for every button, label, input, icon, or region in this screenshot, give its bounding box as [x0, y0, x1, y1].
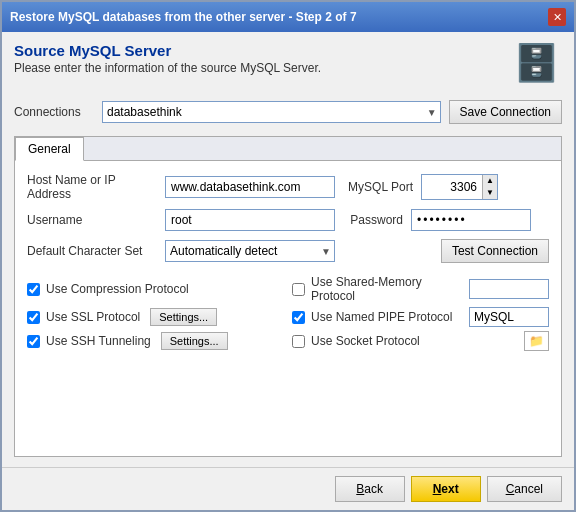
ssh-checkbox[interactable] [27, 335, 40, 348]
compression-checkbox[interactable] [27, 283, 40, 296]
charset-select[interactable]: Automatically detect [165, 240, 335, 262]
host-input[interactable] [165, 176, 335, 198]
tab-general[interactable]: General [15, 137, 84, 161]
back-button[interactable]: Back [335, 476, 405, 502]
ssl-row: Use SSL Protocol Settings... [27, 307, 284, 327]
connections-row: Connections databasethink ▼ Save Connect… [14, 100, 562, 124]
ssl-settings-button[interactable]: Settings... [150, 308, 217, 326]
cancel-rest: ancel [514, 482, 543, 496]
back-rest: ack [364, 482, 383, 496]
protocols-section: Use Compression Protocol Use Shared-Memo… [27, 275, 549, 351]
named-pipe-checkbox[interactable] [292, 311, 305, 324]
named-pipe-input[interactable] [469, 307, 549, 327]
section-title: Source MySQL Server [14, 42, 321, 59]
named-pipe-label: Use Named PIPE Protocol [311, 310, 452, 324]
compression-row: Use Compression Protocol [27, 275, 284, 303]
port-spinners: ▲ ▼ [482, 175, 497, 199]
database-icon: 🗄️ [514, 42, 562, 90]
close-button[interactable]: ✕ [548, 8, 566, 26]
shared-memory-label: Use Shared-Memory Protocol [311, 275, 463, 303]
save-connection-button[interactable]: Save Connection [449, 100, 562, 124]
password-label: Password [343, 213, 403, 227]
tab-content-general: Host Name or IP Address MySQL Port ▲ ▼ U… [15, 161, 561, 456]
port-label: MySQL Port [343, 180, 413, 194]
ssh-settings-button[interactable]: Settings... [161, 332, 228, 350]
port-input-wrapper: ▲ ▼ [421, 174, 498, 200]
title-bar: Restore MySQL databases from the other s… [2, 2, 574, 32]
next-rest: ext [441, 482, 458, 496]
content-area: Source MySQL Server Please enter the inf… [2, 32, 574, 467]
next-underline: N [433, 482, 442, 496]
charset-label: Default Character Set [27, 244, 157, 258]
port-up-button[interactable]: ▲ [483, 175, 497, 187]
next-button[interactable]: Next [411, 476, 481, 502]
socket-row: Use Socket Protocol 📁 [292, 331, 549, 351]
host-row: Host Name or IP Address MySQL Port ▲ ▼ [27, 173, 549, 201]
cancel-button[interactable]: Cancel [487, 476, 562, 502]
port-down-button[interactable]: ▼ [483, 187, 497, 199]
connections-label: Connections [14, 105, 94, 119]
cancel-underline: C [506, 482, 515, 496]
window-title: Restore MySQL databases from the other s… [10, 10, 357, 24]
ssl-label: Use SSL Protocol [46, 310, 140, 324]
connections-select[interactable]: databasethink [102, 101, 441, 123]
socket-folder-button[interactable]: 📁 [524, 331, 549, 351]
ssh-label: Use SSH Tunneling [46, 334, 151, 348]
ssl-checkbox[interactable] [27, 311, 40, 324]
username-label: Username [27, 213, 157, 227]
section-info: Source MySQL Server Please enter the inf… [14, 42, 321, 75]
charset-select-wrapper: Automatically detect ▼ [165, 240, 335, 262]
named-pipe-row: Use Named PIPE Protocol [292, 307, 549, 327]
username-row: Username Password [27, 209, 549, 231]
host-label: Host Name or IP Address [27, 173, 157, 201]
shared-memory-input[interactable] [469, 279, 549, 299]
connections-select-wrapper: databasethink ▼ [102, 101, 441, 123]
socket-label: Use Socket Protocol [311, 334, 420, 348]
compression-label: Use Compression Protocol [46, 282, 189, 296]
shared-memory-checkbox[interactable] [292, 283, 305, 296]
section-subtitle: Please enter the information of the sour… [14, 61, 321, 75]
port-input[interactable] [422, 175, 482, 199]
password-input[interactable] [411, 209, 531, 231]
shared-memory-row: Use Shared-Memory Protocol [292, 275, 549, 303]
footer: Back Next Cancel [2, 467, 574, 510]
username-input[interactable] [165, 209, 335, 231]
ssh-row: Use SSH Tunneling Settings... [27, 331, 284, 351]
tabs-bar: General [15, 137, 561, 161]
socket-checkbox[interactable] [292, 335, 305, 348]
test-connection-button[interactable]: Test Connection [441, 239, 549, 263]
main-window: Restore MySQL databases from the other s… [0, 0, 576, 512]
section-header: Source MySQL Server Please enter the inf… [14, 42, 562, 90]
charset-row: Default Character Set Automatically dete… [27, 239, 549, 263]
tab-panel: General Host Name or IP Address MySQL Po… [14, 136, 562, 457]
